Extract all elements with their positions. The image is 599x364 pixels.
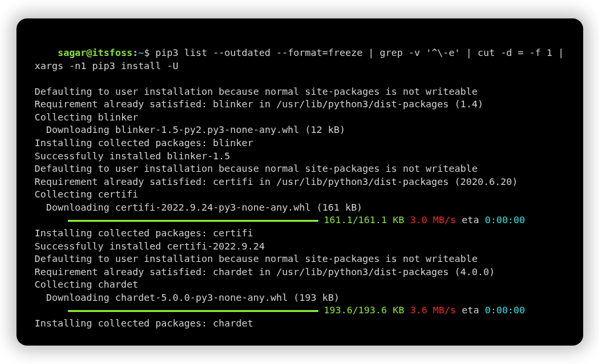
eta-label: eta	[456, 215, 485, 225]
output-line: Defaulting to user installation because …	[35, 86, 565, 99]
output-line: Successfully installed blinker-1.5	[35, 150, 565, 163]
output-line: Collecting certifi	[35, 188, 565, 201]
eta-time: 0:00:00	[485, 305, 525, 315]
progress-row: 161.1/161.1 KB 3.0 MB/s eta 0:00:00	[35, 214, 565, 227]
progress-info: 161.1/161.1 KB 3.0 MB/s eta 0:00:00	[318, 215, 525, 225]
output-line: Defaulting to user installation because …	[35, 163, 565, 176]
eta-time: 0:00:00	[485, 215, 525, 225]
prompt-line: sagar@itsfoss:~$ pip3 list --outdated --…	[35, 34, 565, 86]
output-line: Successfully installed certifi-2022.9.24	[35, 240, 565, 253]
progress-info: 193.6/193.6 KB 3.6 MB/s eta 0:00:00	[318, 305, 525, 315]
download-speed: 3.0 MB/s	[404, 215, 456, 225]
output-line: Collecting chardet	[35, 278, 565, 292]
prompt-user: sagar@itsfoss	[57, 47, 132, 58]
output-line: Collecting blinker	[35, 111, 565, 124]
output-line: Requirement already satisfied: certifi i…	[35, 176, 565, 189]
prompt-colon: :	[132, 47, 138, 58]
output-line: Installing collected packages: certifi	[35, 227, 565, 240]
download-speed: 3.6 MB/s	[404, 305, 456, 315]
download-size: 161.1/161.1 KB	[318, 215, 405, 225]
output-line: Installing collected packages: chardet	[35, 317, 565, 330]
output-line: Defaulting to user installation because …	[35, 253, 565, 266]
progress-row: 193.6/193.6 KB 3.6 MB/s eta 0:00:00	[35, 304, 565, 317]
download-size: 193.6/193.6 KB	[318, 305, 405, 315]
output-line: Downloading certifi-2022.9.24-py3-none-a…	[35, 201, 565, 215]
output-line: Installing collected packages: blinker	[35, 137, 565, 150]
terminal-window[interactable]: sagar@itsfoss:~$ pip3 list --outdated --…	[16, 18, 583, 346]
prompt-dollar: $	[144, 47, 155, 58]
eta-label: eta	[456, 305, 485, 315]
progress-bar-icon	[68, 220, 318, 222]
output-line: Downloading chardet-5.0.0-py3-none-any.w…	[35, 292, 565, 305]
output-line: Requirement already satisfied: chardet i…	[35, 266, 565, 279]
output-line: Downloading blinker-1.5-py2.py3-none-any…	[35, 124, 565, 137]
output-line: Requirement already satisfied: blinker i…	[35, 98, 565, 111]
progress-bar-icon	[68, 310, 318, 312]
